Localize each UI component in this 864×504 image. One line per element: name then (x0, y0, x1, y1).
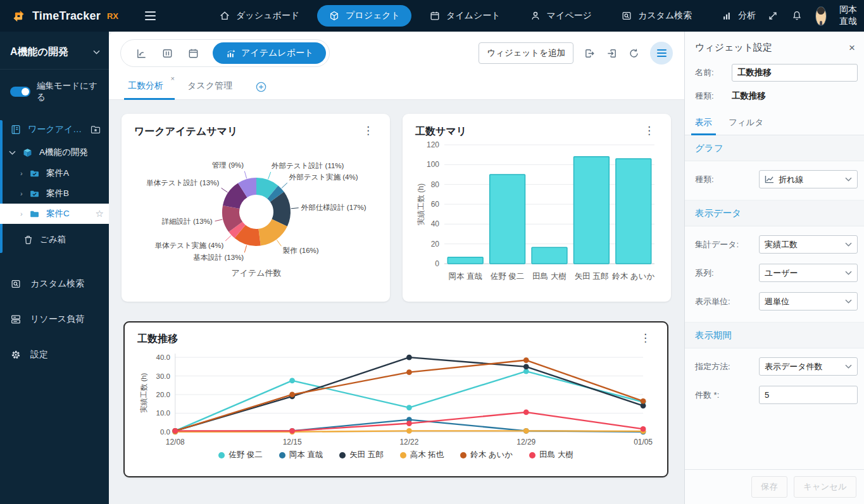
svg-text:01/05: 01/05 (634, 438, 653, 446)
export-icon[interactable] (584, 47, 596, 59)
notifications-bell-icon[interactable] (791, 10, 803, 22)
widget-effort-summary[interactable]: 工数サマリ ⋮ 020406080100120岡本 直哉佐野 俊二田島 大樹矢田… (403, 114, 671, 302)
svg-text:12/29: 12/29 (517, 438, 535, 446)
widget-kebab-menu-icon[interactable]: ⋮ (359, 123, 377, 138)
tab-effort-analysis[interactable]: 工数分析 × (127, 74, 165, 99)
nav-project[interactable]: プロジェクト (317, 5, 411, 27)
svg-text:12/15: 12/15 (283, 438, 302, 446)
nav-dashboard[interactable]: ダッシュボード (208, 5, 311, 27)
item-report-button[interactable]: アイテムレポート (213, 42, 326, 64)
sidebar-item-custom-search[interactable]: カスタム検索 (0, 269, 109, 298)
tab-close-icon[interactable]: × (171, 75, 175, 82)
refresh-icon[interactable] (628, 47, 640, 59)
sidebar-bottom-nav: カスタム検索 リソース負荷 設定 (0, 269, 109, 369)
widget-type-value: 工数推移 (732, 90, 766, 102)
expand-chevron-icon[interactable]: › (20, 169, 23, 177)
widget-name-input[interactable] (732, 64, 858, 82)
legend-label: 高木 拓也 (410, 450, 444, 460)
graph-type-select[interactable]: 折れ線 (759, 170, 858, 188)
tab-label: タスク管理 (187, 80, 232, 90)
sidebar-project-title[interactable]: A機能の開発 (0, 32, 109, 70)
nav-custom-search[interactable]: カスタム検索 (610, 5, 703, 27)
import-icon[interactable] (606, 47, 618, 59)
edit-mode-row: 編集モードにする (0, 70, 109, 114)
add-widget-button[interactable]: ウィジェットを追加 (479, 42, 573, 64)
widget-effort-trend-selected[interactable]: 工数推移 ⋮ 0.010.020.030.040.012/0812/1512/2… (123, 321, 668, 477)
section-graph: グラフ (685, 135, 864, 161)
sidebar-item-workitems[interactable]: ワークアイ… (0, 118, 109, 142)
cube-icon (329, 10, 340, 22)
panel-tab-display[interactable]: 表示 (695, 117, 712, 135)
count-stepper[interactable] (759, 386, 858, 404)
tree-item-caseA[interactable]: › 案件A (0, 163, 109, 183)
tree-root-project[interactable]: A機能の開発 (0, 142, 109, 163)
svg-text:実績工数 (h): 実績工数 (h) (416, 183, 425, 225)
count-input[interactable] (760, 390, 864, 400)
svg-text:詳細設計 (13%): 詳細設計 (13%) (162, 218, 213, 225)
panel-tab-filter[interactable]: フィルタ (729, 117, 763, 135)
expand-fullscreen-icon[interactable] (767, 10, 779, 22)
nav-timesheet[interactable]: タイムシート (418, 5, 512, 27)
gantt-view-icon[interactable] (130, 44, 153, 63)
edit-mode-toggle[interactable] (10, 87, 30, 97)
favorite-star-icon[interactable]: ☆ (96, 208, 104, 219)
calendar-view-icon[interactable] (182, 44, 205, 63)
legend-label: 岡本 直哉 (289, 450, 323, 460)
user-avatar[interactable] (815, 6, 827, 26)
svg-text:単体テスト設計 (13%): 単体テスト設計 (13%) (146, 179, 219, 187)
widget-workitem-summary[interactable]: ワークアイテムサマリ ⋮ 外部テスト設計 (11%)外部テスト実施 (4%)外部… (122, 114, 390, 302)
workitem-book-icon (10, 124, 22, 135)
sidebar-item-trash[interactable]: ごみ箱 (0, 226, 109, 253)
series-select[interactable]: ユーザー (759, 264, 858, 282)
sidebar-hamburger-icon[interactable] (142, 9, 158, 23)
app-logo[interactable]: TimeTracker RX (10, 8, 118, 25)
view-switch-group: アイテムレポート (120, 39, 330, 67)
main-header: アイテムレポート ウィジェットを追加 (109, 32, 684, 100)
type-label: 種類: (695, 90, 732, 102)
cancel-button[interactable]: キャンセル (794, 476, 856, 498)
folder-check-icon (29, 188, 40, 199)
chevron-down-icon (845, 242, 852, 247)
tab-task-management[interactable]: タスク管理 (186, 74, 234, 99)
tree-item-caseB[interactable]: › 案件B (0, 183, 109, 204)
sidebar-item-settings[interactable]: 設定 (0, 340, 109, 369)
board-view-icon[interactable] (156, 44, 179, 63)
period-method-select[interactable]: 表示データ件数 (759, 357, 858, 376)
series-label: 系列: (695, 267, 759, 279)
nav-analytics[interactable]: 分析 (710, 5, 767, 27)
add-tab-button[interactable] (255, 81, 267, 93)
user-name: 岡本 直哉 (839, 4, 860, 27)
sidebar-item-resource-load[interactable]: リソース負荷 (0, 305, 109, 334)
tree-item-label: 案件B (46, 188, 69, 199)
dashboard-menu-button[interactable] (650, 42, 673, 65)
project-title-label: A機能の開発 (10, 46, 68, 59)
tree-item-caseC-selected[interactable]: › 案件C ☆ (0, 204, 109, 224)
nav-label: マイページ (547, 10, 592, 22)
widget-kebab-menu-icon[interactable]: ⋮ (636, 330, 654, 346)
svg-text:40.0: 40.0 (156, 353, 170, 361)
save-button[interactable]: 保存 (751, 476, 787, 498)
favorite-folder-icon[interactable] (90, 124, 101, 135)
legend-label: 田島 大樹 (539, 450, 573, 460)
chevron-down-icon (845, 177, 852, 181)
pie-chart: 外部テスト設計 (11%)外部テスト実施 (4%)外部仕様設計 (17%)製作 … (134, 141, 377, 279)
nav-label: カスタム検索 (638, 10, 692, 22)
widget-kebab-menu-icon[interactable]: ⋮ (640, 123, 658, 138)
bar-chart-icon (721, 10, 732, 22)
line-chart-legend: 佐野 俊二岡本 直哉矢田 五郎高木 拓也鈴木 あいか田島 大樹 (137, 450, 654, 460)
expand-chevron-icon[interactable]: › (20, 210, 23, 218)
expand-chevron-icon[interactable]: › (20, 190, 23, 197)
nav-mypage[interactable]: マイページ (518, 5, 603, 27)
svg-text:12/08: 12/08 (166, 438, 185, 446)
aggregate-data-select[interactable]: 実績工数 (759, 235, 858, 254)
section-display-period: 表示期間 (685, 323, 864, 348)
tree-collapse-icon[interactable] (9, 151, 16, 155)
legend-dot (279, 452, 285, 458)
display-unit-select[interactable]: 週単位 (759, 292, 858, 310)
brand-name: TimeTracker (32, 9, 101, 23)
legend-item: 矢田 五郎 (339, 450, 383, 460)
legend-label: 佐野 俊二 (229, 450, 262, 460)
svg-text:100: 100 (427, 160, 439, 169)
panel-close-icon[interactable]: × (849, 42, 855, 53)
sidebar: A機能の開発 編集モードにする ワークアイ… (0, 32, 109, 504)
